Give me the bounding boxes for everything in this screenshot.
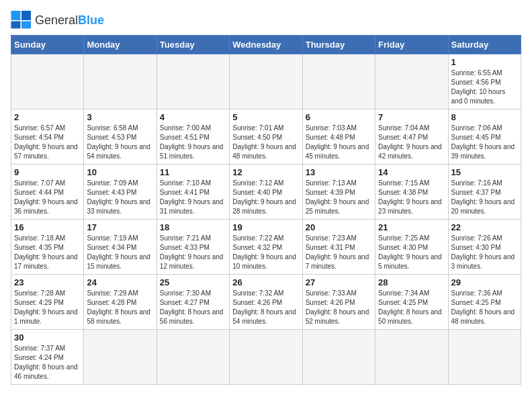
day-number: 1 — [451, 57, 518, 67]
day-info: Sunrise: 7:16 AM Sunset: 4:37 PM Dayligh… — [451, 179, 518, 216]
day-info: Sunrise: 6:57 AM Sunset: 4:54 PM Dayligh… — [14, 124, 81, 161]
calendar-cell: 23Sunrise: 7:28 AM Sunset: 4:29 PM Dayli… — [11, 275, 84, 330]
svg-rect-3 — [21, 21, 31, 29]
calendar-cell — [375, 330, 448, 385]
calendar-cell: 28Sunrise: 7:34 AM Sunset: 4:25 PM Dayli… — [375, 275, 448, 330]
column-header-thursday: Thursday — [302, 36, 375, 54]
column-header-wednesday: Wednesday — [230, 36, 302, 54]
calendar-cell — [302, 330, 375, 385]
calendar-cell: 1Sunrise: 6:55 AM Sunset: 4:56 PM Daylig… — [448, 54, 521, 109]
calendar-cell — [84, 330, 157, 385]
day-info: Sunrise: 7:04 AM Sunset: 4:47 PM Dayligh… — [378, 124, 445, 161]
calendar-cell: 2Sunrise: 6:57 AM Sunset: 4:54 PM Daylig… — [11, 109, 84, 165]
day-number: 17 — [87, 222, 153, 232]
day-info: Sunrise: 7:18 AM Sunset: 4:35 PM Dayligh… — [14, 234, 81, 271]
day-info: Sunrise: 7:26 AM Sunset: 4:30 PM Dayligh… — [451, 234, 518, 271]
calendar-cell: 7Sunrise: 7:04 AM Sunset: 4:47 PM Daylig… — [375, 109, 448, 165]
logo-text: GeneralBlue — [35, 14, 104, 27]
page-header: GeneralBlue — [11, 11, 521, 30]
day-info: Sunrise: 7:12 AM Sunset: 4:40 PM Dayligh… — [232, 179, 299, 216]
day-info: Sunrise: 7:00 AM Sunset: 4:51 PM Dayligh… — [160, 124, 226, 161]
calendar-cell — [157, 54, 229, 109]
day-number: 4 — [160, 112, 226, 122]
calendar-cell: 3Sunrise: 6:58 AM Sunset: 4:53 PM Daylig… — [84, 109, 157, 165]
day-number: 3 — [87, 112, 153, 122]
column-header-friday: Friday — [375, 36, 448, 54]
calendar-cell: 8Sunrise: 7:06 AM Sunset: 4:45 PM Daylig… — [448, 109, 521, 165]
day-info: Sunrise: 7:23 AM Sunset: 4:31 PM Dayligh… — [306, 234, 372, 271]
day-number: 2 — [14, 112, 81, 122]
calendar-week-3: 9Sunrise: 7:07 AM Sunset: 4:44 PM Daylig… — [11, 165, 521, 220]
day-number: 13 — [306, 167, 372, 177]
day-info: Sunrise: 7:22 AM Sunset: 4:32 PM Dayligh… — [232, 234, 299, 271]
calendar-week-1: 1Sunrise: 6:55 AM Sunset: 4:56 PM Daylig… — [11, 54, 521, 109]
calendar-cell: 20Sunrise: 7:23 AM Sunset: 4:31 PM Dayli… — [302, 220, 375, 275]
column-header-saturday: Saturday — [448, 36, 521, 54]
calendar-week-5: 23Sunrise: 7:28 AM Sunset: 4:29 PM Dayli… — [11, 275, 521, 330]
logo: GeneralBlue — [11, 11, 104, 30]
day-info: Sunrise: 7:03 AM Sunset: 4:48 PM Dayligh… — [306, 124, 372, 161]
day-info: Sunrise: 7:30 AM Sunset: 4:27 PM Dayligh… — [160, 289, 226, 326]
calendar-cell: 17Sunrise: 7:19 AM Sunset: 4:34 PM Dayli… — [84, 220, 157, 275]
calendar-cell: 21Sunrise: 7:25 AM Sunset: 4:30 PM Dayli… — [375, 220, 448, 275]
day-number: 21 — [378, 222, 445, 232]
day-number: 6 — [306, 112, 372, 122]
calendar-cell: 10Sunrise: 7:09 AM Sunset: 4:43 PM Dayli… — [84, 165, 157, 220]
day-number: 19 — [232, 222, 299, 232]
column-header-sunday: Sunday — [11, 36, 84, 54]
day-number: 14 — [378, 167, 445, 177]
day-number: 11 — [160, 167, 226, 177]
calendar-week-2: 2Sunrise: 6:57 AM Sunset: 4:54 PM Daylig… — [11, 109, 521, 165]
day-info: Sunrise: 7:19 AM Sunset: 4:34 PM Dayligh… — [87, 234, 153, 271]
day-number: 15 — [451, 167, 518, 177]
day-info: Sunrise: 7:13 AM Sunset: 4:39 PM Dayligh… — [306, 179, 372, 216]
calendar-cell: 30Sunrise: 7:37 AM Sunset: 4:24 PM Dayli… — [11, 330, 84, 385]
calendar-cell: 11Sunrise: 7:10 AM Sunset: 4:41 PM Dayli… — [157, 165, 229, 220]
day-number: 10 — [87, 167, 153, 177]
calendar-cell: 25Sunrise: 7:30 AM Sunset: 4:27 PM Dayli… — [157, 275, 229, 330]
day-info: Sunrise: 7:25 AM Sunset: 4:30 PM Dayligh… — [378, 234, 445, 271]
calendar-week-6: 30Sunrise: 7:37 AM Sunset: 4:24 PM Dayli… — [11, 330, 521, 385]
column-header-monday: Monday — [84, 36, 157, 54]
day-number: 22 — [451, 222, 518, 232]
calendar-cell: 13Sunrise: 7:13 AM Sunset: 4:39 PM Dayli… — [302, 165, 375, 220]
calendar-header: SundayMondayTuesdayWednesdayThursdayFrid… — [11, 36, 521, 54]
day-info: Sunrise: 7:06 AM Sunset: 4:45 PM Dayligh… — [451, 124, 518, 161]
calendar-cell: 29Sunrise: 7:36 AM Sunset: 4:25 PM Dayli… — [448, 275, 521, 330]
calendar-cell — [157, 330, 229, 385]
day-number: 20 — [306, 222, 372, 232]
calendar-cell: 22Sunrise: 7:26 AM Sunset: 4:30 PM Dayli… — [448, 220, 521, 275]
calendar-cell: 9Sunrise: 7:07 AM Sunset: 4:44 PM Daylig… — [11, 165, 84, 220]
day-number: 18 — [160, 222, 226, 232]
calendar-cell — [230, 54, 302, 109]
calendar-cell: 14Sunrise: 7:15 AM Sunset: 4:38 PM Dayli… — [375, 165, 448, 220]
calendar-cell — [11, 54, 84, 109]
day-info: Sunrise: 7:10 AM Sunset: 4:41 PM Dayligh… — [160, 179, 226, 216]
day-info: Sunrise: 7:32 AM Sunset: 4:26 PM Dayligh… — [232, 289, 299, 326]
day-number: 25 — [160, 277, 226, 287]
day-number: 12 — [232, 167, 299, 177]
calendar-table: SundayMondayTuesdayWednesdayThursdayFrid… — [11, 35, 521, 385]
day-info: Sunrise: 6:55 AM Sunset: 4:56 PM Dayligh… — [451, 68, 518, 106]
day-number: 23 — [14, 277, 81, 287]
calendar-cell: 4Sunrise: 7:00 AM Sunset: 4:51 PM Daylig… — [157, 109, 229, 165]
day-info: Sunrise: 7:15 AM Sunset: 4:38 PM Dayligh… — [378, 179, 445, 216]
svg-rect-1 — [21, 11, 31, 20]
calendar-week-4: 16Sunrise: 7:18 AM Sunset: 4:35 PM Dayli… — [11, 220, 521, 275]
calendar-cell: 16Sunrise: 7:18 AM Sunset: 4:35 PM Dayli… — [11, 220, 84, 275]
calendar-cell — [302, 54, 375, 109]
calendar-cell: 27Sunrise: 7:33 AM Sunset: 4:26 PM Dayli… — [302, 275, 375, 330]
calendar-cell: 12Sunrise: 7:12 AM Sunset: 4:40 PM Dayli… — [230, 165, 302, 220]
calendar-cell — [375, 54, 448, 109]
day-info: Sunrise: 7:07 AM Sunset: 4:44 PM Dayligh… — [14, 179, 81, 216]
day-number: 8 — [451, 112, 518, 122]
logo-icon — [11, 11, 32, 30]
day-number: 24 — [87, 277, 153, 287]
svg-rect-2 — [11, 21, 20, 29]
day-number: 28 — [378, 277, 445, 287]
calendar-cell: 15Sunrise: 7:16 AM Sunset: 4:37 PM Dayli… — [448, 165, 521, 220]
day-info: Sunrise: 7:28 AM Sunset: 4:29 PM Dayligh… — [14, 289, 81, 326]
calendar-cell: 5Sunrise: 7:01 AM Sunset: 4:50 PM Daylig… — [230, 109, 302, 165]
day-info: Sunrise: 7:36 AM Sunset: 4:25 PM Dayligh… — [451, 289, 518, 326]
calendar-header-row: SundayMondayTuesdayWednesdayThursdayFrid… — [11, 36, 521, 54]
